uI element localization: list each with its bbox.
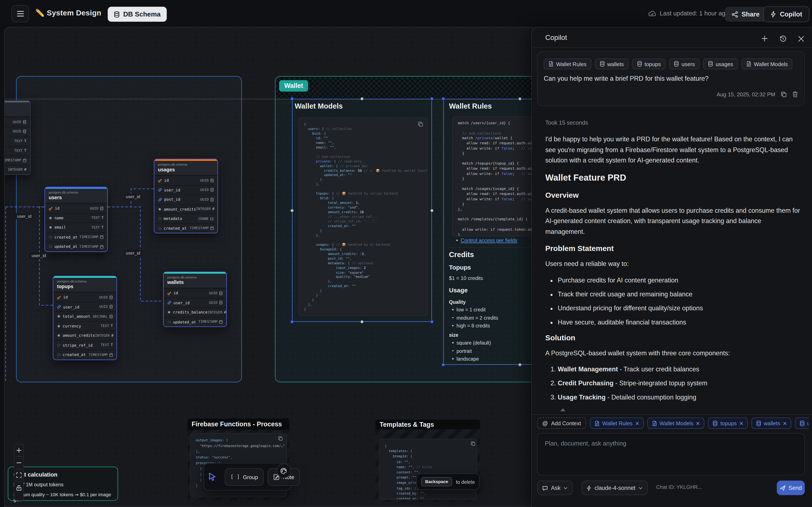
send-icon bbox=[780, 485, 785, 491]
selection-handle[interactable] bbox=[290, 97, 294, 101]
chat-bubble-icon bbox=[542, 485, 548, 491]
group-button[interactable]: [ ] Group bbox=[225, 468, 264, 486]
lock-button[interactable] bbox=[14, 482, 23, 494]
remove-chip-icon[interactable] bbox=[783, 421, 786, 425]
selection-handle[interactable] bbox=[430, 209, 434, 212]
input-context-chip-wallet-rules[interactable]: Wallet Rules bbox=[590, 417, 644, 429]
message-timestamp: Aug 15, 2025, 02:32 PM bbox=[717, 91, 775, 97]
model-select-button[interactable]: claude-4-sonnet bbox=[581, 481, 648, 495]
list-item: Purchase credits for AI content generati… bbox=[558, 276, 801, 284]
zoom-in-button[interactable] bbox=[14, 445, 23, 456]
mode-select-button[interactable]: Ask bbox=[537, 481, 573, 495]
selection-handle[interactable] bbox=[360, 320, 364, 324]
selection-handle[interactable] bbox=[290, 320, 294, 324]
at-icon: @ bbox=[542, 420, 548, 426]
response-paragraph: A credit-based wallet system that allows… bbox=[545, 205, 801, 237]
copilot-title: Copilot bbox=[545, 34, 567, 41]
context-chip-wallets[interactable]: wallets bbox=[595, 59, 628, 69]
document-title[interactable]: ✏️ System Design bbox=[35, 9, 101, 18]
selection-wallet-rules[interactable] bbox=[443, 99, 533, 365]
message-meta: Aug 15, 2025, 02:32 PM bbox=[717, 91, 798, 97]
table-icon bbox=[708, 61, 713, 67]
document-icon bbox=[548, 61, 553, 67]
share-button[interactable]: Share bbox=[725, 7, 766, 22]
context-chip-usages[interactable]: usages bbox=[703, 59, 738, 69]
database-icon bbox=[114, 11, 120, 17]
context-chip-users[interactable]: users bbox=[669, 59, 700, 69]
selection-handle[interactable] bbox=[442, 363, 445, 367]
context-chip-wallet-rules[interactable]: Wallet Rules bbox=[544, 59, 591, 69]
selection-wallet-models[interactable] bbox=[292, 99, 432, 322]
message-context-chips: Wallet Rules wallets topups users usages… bbox=[544, 59, 800, 69]
bolt-icon bbox=[770, 11, 776, 17]
context-chip-topups[interactable]: topups bbox=[632, 59, 665, 69]
assistant-response: Took 15 seconds I'd be happy to help you… bbox=[545, 120, 801, 412]
diagram-canvas[interactable]: Wallet user_id user_id user_id user_id p… bbox=[4, 27, 534, 507]
zoom-out-button[interactable] bbox=[14, 457, 23, 468]
remove-chip-icon[interactable] bbox=[696, 421, 700, 425]
response-heading2: Solution bbox=[545, 333, 801, 342]
selection-handle[interactable] bbox=[430, 320, 434, 324]
app-root: ✏️ System Design DB Schema Last updated:… bbox=[0, 0, 812, 507]
cloud-check-icon bbox=[648, 10, 656, 16]
copilot-toggle-button[interactable]: Copilot bbox=[763, 6, 809, 22]
group-brackets-icon: [ ] bbox=[231, 474, 240, 480]
top-bar: ✏️ System Design DB Schema Last updated:… bbox=[0, 0, 812, 27]
cost-calculation-card[interactable]: Cost calculation $10 / 1M output tokens … bbox=[8, 467, 118, 501]
delete-message-icon[interactable] bbox=[792, 91, 798, 97]
cursor-icon bbox=[208, 472, 216, 481]
scroll-indicator-icon bbox=[560, 408, 565, 411]
selection-handle[interactable] bbox=[360, 97, 364, 101]
backspace-key: Backspace bbox=[421, 477, 452, 486]
input-context-chip-wallets[interactable]: wallets bbox=[751, 417, 791, 429]
wallet-frame-label[interactable]: Wallet bbox=[279, 80, 308, 92]
selection-handle[interactable] bbox=[442, 97, 445, 101]
unlock-icon bbox=[16, 485, 22, 491]
document-icon bbox=[595, 420, 600, 426]
tab-db-schema[interactable]: DB Schema bbox=[108, 7, 167, 22]
input-context-chip-users[interactable]: users bbox=[795, 417, 809, 429]
input-context-row: @ Add Context Wallet Rules Wallet Models… bbox=[537, 417, 809, 429]
table-icon bbox=[713, 420, 718, 426]
divider bbox=[532, 47, 812, 48]
remove-chip-icon[interactable] bbox=[635, 421, 639, 425]
send-button[interactable]: Send bbox=[777, 481, 805, 495]
selection-handle[interactable] bbox=[430, 97, 434, 101]
new-chat-button[interactable] bbox=[760, 34, 769, 43]
chat-id: Chat ID: YKLGHR... bbox=[656, 484, 702, 490]
context-chip-wallet-models[interactable]: Wallet Models bbox=[742, 59, 792, 69]
fit-view-button[interactable] bbox=[14, 469, 23, 481]
list-item: Credit Purchasing - Stripe-integrated to… bbox=[558, 379, 801, 387]
chevron-down-icon bbox=[639, 487, 643, 489]
chat-input[interactable] bbox=[537, 433, 805, 475]
selection-handle[interactable] bbox=[518, 97, 522, 101]
minus-icon bbox=[16, 460, 22, 466]
response-numbered-list: Wallet Management - Track user credit ba… bbox=[545, 365, 801, 401]
list-item: Understand pricing for different quality… bbox=[558, 304, 801, 312]
table-icon bbox=[637, 61, 642, 67]
list-item: Usage Tracking - Detailed consumption lo… bbox=[558, 393, 801, 401]
connection-label: user_id bbox=[124, 193, 142, 200]
remove-chip-icon[interactable] bbox=[739, 421, 743, 425]
history-button[interactable] bbox=[778, 34, 787, 43]
response-body: I'd be happy to help you write a PRD for… bbox=[545, 134, 801, 401]
input-context-chip-topups[interactable]: topups bbox=[708, 417, 748, 429]
selection-handle[interactable] bbox=[290, 209, 294, 212]
cost-line2: Medium quality ~ 10K tokens ⇒ $0.1 per i… bbox=[13, 492, 117, 502]
style-palette-button[interactable] bbox=[276, 463, 291, 478]
table-icon bbox=[756, 420, 761, 426]
response-duration: Took 15 seconds bbox=[545, 120, 801, 126]
document-icon bbox=[652, 420, 657, 426]
menu-button[interactable] bbox=[11, 5, 29, 22]
plus-icon bbox=[16, 447, 22, 453]
close-panel-button[interactable] bbox=[797, 34, 805, 43]
copy-message-icon[interactable] bbox=[781, 91, 786, 97]
list-item: Have secure, auditable financial transac… bbox=[558, 318, 801, 326]
input-context-chip-wallet-models[interactable]: Wallet Models bbox=[647, 417, 704, 429]
cursor-tool[interactable] bbox=[208, 472, 216, 481]
hamburger-icon bbox=[17, 11, 24, 16]
connection-label: user_id bbox=[124, 250, 142, 256]
add-context-button[interactable]: @ Add Context bbox=[537, 417, 587, 429]
selection-handle[interactable] bbox=[518, 363, 522, 367]
list-item: Track their credit usage and remaining b… bbox=[558, 290, 801, 298]
